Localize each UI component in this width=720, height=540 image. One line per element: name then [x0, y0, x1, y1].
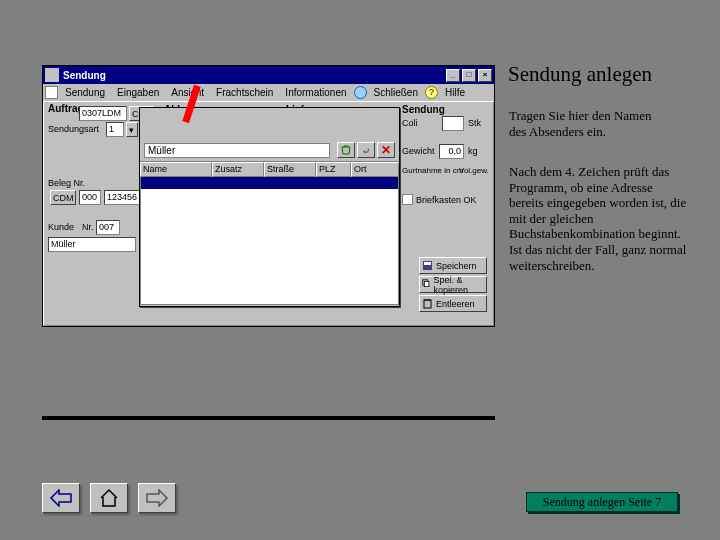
instruction-paragraph-2: Nach dem 4. Zeichen prüft das Programm, … [509, 164, 689, 273]
label-sendung: Sendung [402, 104, 445, 115]
label-kunde: Kunde [48, 222, 74, 232]
sendungsart-dropdown[interactable]: ▾ [126, 122, 138, 137]
col-zusatz[interactable]: Zusatz [212, 162, 264, 177]
label-stk: Stk [468, 118, 481, 128]
col-plz[interactable]: PLZ [316, 162, 351, 177]
lookup-list[interactable] [140, 177, 399, 305]
lookup-selected-row[interactable] [141, 177, 398, 189]
label-gurtnahme: Gurtnahme in cm [402, 166, 463, 175]
lookup-headers: Name Zusatz Straße PLZ Ort [140, 162, 399, 177]
divider-line [42, 416, 495, 420]
x-icon: ✕ [381, 143, 391, 157]
spei-kopieren-button[interactable]: Spei. & kopieren [419, 276, 487, 293]
svg-rect-1 [424, 262, 431, 265]
coli-input[interactable] [442, 116, 464, 131]
label-gewicht: Gewicht [402, 146, 435, 156]
label-kg: kg [468, 146, 478, 156]
titlebar: Sendung _ □ × [43, 66, 494, 84]
menu-frachtschein[interactable]: Frachtschein [211, 86, 278, 99]
app-icon [45, 68, 59, 82]
left-arrow-icon [49, 489, 73, 507]
window-title: Sendung [63, 70, 106, 81]
maximize-button[interactable]: □ [462, 69, 476, 82]
globe-icon[interactable] [354, 86, 367, 99]
label-volgew: Vol.gew. [459, 166, 489, 175]
nr-input[interactable]: 007 [96, 220, 120, 235]
entleeren-label: Entleeren [436, 299, 475, 309]
svg-rect-4 [424, 300, 431, 308]
close-button[interactable]: × [478, 69, 492, 82]
footer-badge: Sendung anlegen Seite 7 [526, 492, 678, 512]
auftrag-input[interactable]: 0307LDM [79, 106, 127, 121]
help-icon[interactable]: ? [425, 86, 438, 99]
menu-informationen[interactable]: Informationen [280, 86, 351, 99]
instruction-paragraph-1: Tragen Sie hier den Namen des Absenders … [509, 108, 664, 139]
nav-bar [42, 483, 176, 513]
label-briefkasten: Briefkasten OK [416, 195, 477, 205]
label-sendungsart: Sendungsart [48, 124, 99, 134]
arrow-circle-icon: ⤾ [362, 145, 370, 156]
minimize-button[interactable]: _ [446, 69, 460, 82]
n123456-input[interactable]: 123456 [104, 190, 144, 205]
lookup-input[interactable]: Müller [144, 143, 330, 158]
menubar: Sendung Eingaben Ansicht Frachtschein In… [43, 84, 494, 101]
speichern-button[interactable]: Speichern [419, 257, 487, 274]
menu-hilfe[interactable]: Hilfe [440, 86, 470, 99]
svg-rect-3 [424, 281, 429, 286]
gewicht-input[interactable]: 0,0 [439, 144, 464, 159]
menu-schliessen[interactable]: Schließen [369, 86, 423, 99]
popup-accept-button[interactable]: ⤾ [357, 142, 375, 158]
popup-top: Müller ⤾ ✕ [140, 108, 399, 162]
lookup-popup: Müller ⤾ ✕ Name Zusatz Straße PLZ Ort [139, 107, 400, 307]
menu-sendung[interactable]: Sendung [60, 86, 110, 99]
cdm2-button[interactable]: CDM [50, 190, 76, 205]
right-arrow-icon [145, 489, 169, 507]
popup-add-button[interactable] [337, 142, 355, 158]
floppy-icon [422, 260, 433, 271]
nav-next-button[interactable] [138, 483, 176, 513]
kunde-name-input[interactable]: Müller [48, 237, 136, 252]
nav-prev-button[interactable] [42, 483, 80, 513]
label-nr: Nr. [82, 222, 94, 232]
page-heading: Sendung anlegen [508, 62, 652, 87]
copy-icon [422, 279, 430, 290]
label-beleg-nr: Beleg Nr. [48, 178, 85, 188]
col-name[interactable]: Name [140, 162, 212, 177]
col-ort[interactable]: Ort [351, 162, 399, 177]
col-strasse[interactable]: Straße [264, 162, 316, 177]
spei-kopieren-label: Spei. & kopieren [433, 275, 484, 295]
menu-eingaben[interactable]: Eingaben [112, 86, 164, 99]
popup-cancel-button[interactable]: ✕ [377, 142, 395, 158]
clear-icon [422, 298, 433, 309]
home-icon [98, 488, 120, 508]
speichern-label: Speichern [436, 261, 477, 271]
label-coli: Coli [402, 118, 418, 128]
entleeren-button[interactable]: Entleeren [419, 295, 487, 312]
n000-input[interactable]: 000 [79, 190, 101, 205]
menu-icon [45, 86, 58, 99]
red-annotation-slash [182, 85, 200, 125]
sendungsart-input[interactable]: 1 [106, 122, 124, 137]
recycle-icon [340, 144, 352, 156]
briefkasten-checkbox[interactable] [402, 194, 413, 205]
nav-home-button[interactable] [90, 483, 128, 513]
